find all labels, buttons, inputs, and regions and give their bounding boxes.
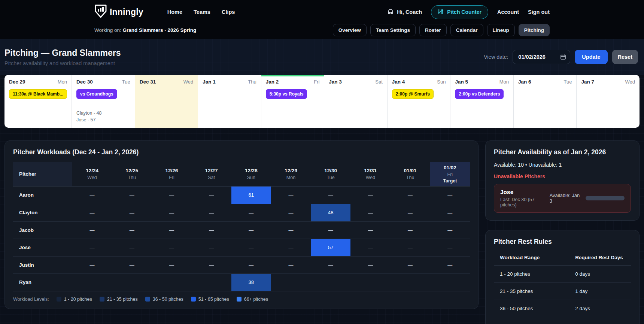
tab-roster[interactable]: Roster [419,24,447,36]
pitcher-row-clayton: Clayton——————48——— [13,204,470,221]
availability-summary: Available: 10 • Unavailable: 1 [494,162,631,168]
workload-cell: — [391,221,430,239]
empty-workload: — [209,227,214,233]
workload-cell: — [350,239,390,256]
workload-cell: — [152,204,191,221]
tally-marks-icon [438,9,444,16]
calendar-day-dow: Wed [183,79,194,85]
workload-cell: — [231,239,271,256]
brand-logo[interactable]: Inningly [94,4,143,20]
nav-link-clips[interactable]: Clips [222,9,235,15]
pitcher-row-jacob: Jacob—————————— [13,221,470,239]
workload-cell: 38 [231,273,271,291]
legend-text: 1 - 20 pitches [64,297,92,302]
pitcher-name: Clayton [13,204,72,221]
rest-rules-col-days: Required Rest Days [569,251,631,266]
unavailable-pitcher-name: Jose [500,189,550,196]
date-column-header-12-31: 12/31Wed [350,162,390,186]
nav-link-teams[interactable]: Teams [194,9,210,15]
workload-cell: — [192,239,231,256]
game-event-chip[interactable]: 11:30a @ Black Mamb... [9,89,67,99]
reset-button[interactable]: Reset [612,50,638,64]
pitcher-name: Justin [13,256,72,273]
date-column-header-12-25: 12/25Thu [112,162,152,186]
legend-item-4: 51 - 65 pitches [191,297,229,302]
calendar-day-dow: Tue [564,79,572,85]
empty-workload: — [289,262,294,268]
workload-cell: — [391,256,430,273]
workload-cell: — [430,273,470,291]
top-bar: Inningly HomeTeamsClips Hi, Coach [0,0,644,39]
calendar-day-date: Dec 30 [76,79,93,85]
legend-swatch [145,297,150,302]
empty-workload: — [90,210,95,216]
sign-out-link[interactable]: Sign out [528,9,550,15]
empty-workload: — [169,210,174,216]
empty-workload: — [209,280,214,285]
workload-cell: — [271,221,311,239]
calendar-day-events: 2:00p @ Smurfs [392,89,446,99]
tab-calendar[interactable]: Calendar [450,24,483,36]
empty-workload: — [408,245,413,251]
empty-workload: — [169,262,174,268]
column-date: 12/24 [72,168,112,173]
empty-workload: — [209,210,214,216]
workload-cell: — [430,186,470,204]
column-date: 12/27 [192,168,231,173]
date-column-header-12-27: 12/27Sat [192,162,231,186]
calendar-day-events: 11:30a @ Black Mamb... [9,89,67,99]
empty-workload: — [130,210,134,216]
workload-cell: — [72,256,112,273]
game-event-chip[interactable]: vs Groundhogs [76,89,117,99]
update-button[interactable]: Update [575,50,607,64]
workload-cell: — [192,221,231,239]
empty-workload: — [169,227,174,233]
pitcher-name: Jacob [13,221,72,239]
workload-cell: — [112,239,152,256]
empty-workload: — [209,245,214,251]
game-event-chip[interactable]: 2:00p @ Smurfs [392,89,434,99]
empty-workload: — [130,227,134,233]
workloads-header-row: Pitcher12/24Wed12/25Thu12/26Fri12/27Sat1… [13,162,470,186]
workload-cell: — [112,273,152,291]
tab-overview[interactable]: Overview [333,24,367,36]
tab-lineup[interactable]: Lineup [487,24,515,36]
workload-cell: — [271,256,311,273]
empty-workload: — [408,262,413,268]
empty-workload: — [447,280,452,285]
tab-team-settings[interactable]: Team Settings [370,24,416,36]
nav-link-home[interactable]: Home [167,9,182,15]
calendar-day-dow: Fri [314,79,319,85]
calendar-day-jan-2: Jan 2Fri5:30p vs Royals [261,75,325,128]
workload-legend: Workload Levels: 1 - 20 pitches21 - 35 p… [13,297,470,302]
tab-pitching[interactable]: Pitching [519,24,550,36]
workload-cell: — [350,186,390,204]
calendar-day-header: Jan 4Sun [392,79,446,85]
empty-workload: — [328,280,333,285]
empty-workload: — [408,193,413,198]
pitch-count-notes: Clayton - 48Jose - 57 [76,110,130,123]
column-dow: Thu [391,175,430,180]
rest-rules-body: 1 - 20 pitches0 days21 - 35 pitches1 day… [494,266,631,324]
pitch-counter-button[interactable]: Pitch Counter [431,5,488,19]
availability-title: Pitcher Availability as of Jan 2, 2026 [494,148,631,156]
calendar-icon[interactable] [560,54,566,60]
empty-workload: — [130,280,134,285]
empty-workload: — [90,245,95,251]
game-event-chip[interactable]: 2:00p vs Defenders [455,89,504,99]
game-event-chip[interactable]: 5:30p vs Royals [266,89,307,99]
column-dow: Thu [112,175,152,180]
view-date-label: View date: [484,54,508,60]
calendar-day-header: Dec 30Tue [76,79,130,85]
workload-cell: — [192,204,231,221]
sidebar: Pitcher Availability as of Jan 2, 2026 A… [485,140,640,324]
calendar-day-dow: Mon [499,79,509,85]
empty-workload: — [169,245,174,251]
legend-text: 36 - 50 pitches [153,297,183,302]
calendar-strip: Dec 29Mon11:30a @ Black Mamb...Dec 30Tue… [4,75,640,128]
empty-workload: — [447,210,452,216]
account-link[interactable]: Account [497,9,519,15]
workload-cell: — [350,221,390,239]
calendar-day-date: Jan 7 [581,79,594,85]
empty-workload: — [90,262,95,268]
